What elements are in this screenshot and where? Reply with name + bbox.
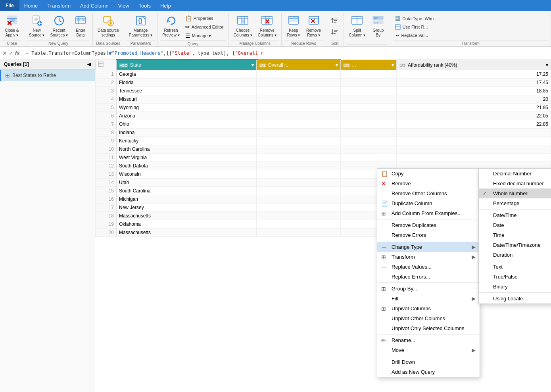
submenu-date[interactable]: Date	[479, 220, 551, 230]
table-row[interactable]: 2 Florida 17.45	[96, 79, 551, 87]
advanced-editor-button[interactable]: ✏ Advanced Editor	[183, 23, 226, 31]
ctx-remove-errors[interactable]: Remove Errors	[377, 230, 480, 240]
data-source-settings-button[interactable]: Data source settings	[95, 13, 121, 39]
table-row[interactable]: 6 Arizona 22.05	[96, 112, 551, 120]
svg-point-21	[109, 22, 111, 24]
submenu-datetime[interactable]: Date/Time	[479, 210, 551, 220]
ctx-replace-errors[interactable]: Replace Errors...	[377, 272, 480, 282]
table-row[interactable]: 4 Missouri 20	[96, 95, 551, 104]
submenu-fixed-decimal[interactable]: Fixed decimal number	[479, 179, 551, 188]
ctx-copy[interactable]: 📋 Copy	[377, 169, 480, 179]
file-menu[interactable]: File	[0, 0, 19, 11]
submenu-sep3	[479, 292, 551, 293]
menu-tools[interactable]: Tools	[134, 0, 156, 11]
menu-home[interactable]: Home	[19, 0, 43, 11]
choose-columns-button[interactable]: Choose Columns ▾	[231, 13, 254, 39]
data-type-button[interactable]: 🔤 Data Type: Who...	[393, 15, 440, 22]
group-by-button[interactable]: ABC 123 Group By	[369, 13, 388, 39]
table-row[interactable]: 9 Kentucky	[96, 137, 551, 145]
recent-sources-button[interactable]: Recent Sources ▾	[48, 13, 70, 39]
manage-button[interactable]: ☰ Manage ▾	[183, 32, 226, 40]
ctx-duplicate[interactable]: 📄 Duplicate Column	[377, 198, 480, 208]
cell-overall	[257, 87, 341, 95]
ribbon: Close & Apply ▾ Close	[0, 11, 551, 47]
svg-text:{}: {}	[138, 17, 142, 24]
col-afford-filter[interactable]: ▾	[546, 62, 548, 68]
submenu-percentage[interactable]: Percentage	[479, 198, 551, 208]
ctx-fill[interactable]: Fill ▶	[377, 294, 480, 304]
col-header-col3[interactable]: 1²3 ... ▾	[341, 60, 397, 70]
manage-parameters-button[interactable]: {} Manage Parameters ▾	[127, 13, 155, 39]
col-header-state[interactable]: ABC State ▾	[116, 60, 256, 70]
close-apply-button[interactable]: Close & Apply ▾	[2, 13, 21, 39]
table-row[interactable]: 3 Tennessee 18.85	[96, 87, 551, 95]
query-group-label: Query	[160, 40, 226, 47]
cell-rownum: 20	[96, 229, 117, 237]
col-header-rownum[interactable]	[96, 60, 117, 70]
ctx-transform[interactable]: ⊞ Transform ▶	[377, 252, 480, 262]
cell-state: Tennessee	[116, 87, 256, 95]
ribbon-group-new-query: New Source ▾ Recent Sources ▾	[24, 13, 93, 46]
split-group-label	[346, 44, 388, 46]
menu-view[interactable]: View	[113, 0, 134, 11]
sidebar-collapse-icon[interactable]: ◀	[87, 61, 91, 67]
menu-transform[interactable]: Transform	[42, 0, 75, 11]
cell-state: Arizona	[116, 112, 256, 120]
sort-desc-button[interactable]	[328, 27, 341, 37]
ctx-change-type-label: Change Type	[392, 244, 422, 250]
cell-afford	[397, 145, 551, 154]
table-row[interactable]: 1 Georgia 17.25	[96, 70, 551, 79]
sort-asc-button[interactable]	[328, 16, 341, 25]
ctx-rename[interactable]: ✏ Rename...	[377, 335, 480, 345]
ctx-add-as-query[interactable]: Add as New Query	[377, 367, 480, 377]
ctx-remove-dups[interactable]: Remove Duplicates	[377, 220, 480, 230]
remove-columns-button[interactable]: Remove Columns ▾	[255, 13, 279, 39]
col-header-affordability[interactable]: 1²3 Affordability rank (40%) ▾	[397, 60, 551, 70]
ctx-unpivot[interactable]: ⊞ Unpivot Columns	[377, 304, 480, 313]
submenu-decimal[interactable]: Decimal Number	[479, 169, 551, 179]
formula-confirm-icon[interactable]: ✓	[9, 50, 13, 56]
use-first-row-button[interactable]: Use First R...	[393, 23, 430, 31]
submenu-binary[interactable]: Binary	[479, 282, 551, 292]
ctx-remove-other[interactable]: Remove Other Columns	[377, 188, 480, 198]
submenu-using-locale[interactable]: Using Locale...	[479, 294, 551, 304]
menu-add-column[interactable]: Add Column	[75, 0, 113, 11]
col-state-filter[interactable]: ▾	[252, 62, 254, 68]
submenu-text[interactable]: Text	[479, 262, 551, 272]
formula-cancel-icon[interactable]: ✕	[2, 50, 7, 56]
table-row[interactable]: 8 Indiana	[96, 129, 551, 137]
ctx-move[interactable]: Move ▶	[377, 345, 480, 355]
ctx-replace-values[interactable]: ↔ Replace Values...	[377, 262, 480, 272]
keep-rows-button[interactable]: Keep Rows ▾	[284, 13, 303, 39]
ctx-unpivot-selected[interactable]: Unpivot Only Selected Columns	[377, 323, 480, 333]
col-overall-filter[interactable]: ▾	[336, 62, 338, 68]
refresh-preview-button[interactable]: Refresh Preview ▾	[160, 13, 182, 39]
replace-values-ribbon-button[interactable]: ↔ Replace Val...	[393, 32, 430, 38]
col-header-overall[interactable]: 1²3 Overall r... ▾	[257, 60, 341, 70]
table-row[interactable]: 5 Wyoming 21.95	[96, 104, 551, 112]
new-source-icon	[31, 14, 43, 27]
submenu-duration[interactable]: Duration	[479, 250, 551, 260]
ctx-add-from-examples[interactable]: ⊞ Add Column From Examples...	[377, 208, 480, 218]
split-column-button[interactable]: Split Column ▾	[346, 13, 368, 39]
remove-rows-button[interactable]: Remove Rows ▾	[304, 13, 323, 39]
ctx-drill-down[interactable]: Drill Down	[377, 357, 480, 367]
col3-filter[interactable]: ▾	[392, 62, 394, 68]
submenu-truefalse[interactable]: True/False	[479, 272, 551, 282]
table-row[interactable]: 11 West Virginia	[96, 154, 551, 162]
ctx-change-type[interactable]: ↔ Change Type ▶	[377, 242, 480, 252]
properties-button[interactable]: 📋 Properties	[183, 14, 226, 22]
cell-afford: 22.05	[397, 112, 551, 120]
table-row[interactable]: 10 North Carolina	[96, 145, 551, 154]
submenu-datetimetz[interactable]: Date/Time/Timezone	[479, 240, 551, 250]
ctx-group-by[interactable]: ⊞ Group By...	[377, 284, 480, 294]
submenu-time[interactable]: Time	[479, 230, 551, 240]
menu-help[interactable]: Help	[156, 0, 176, 11]
enter-data-button[interactable]: Enter Data	[71, 13, 90, 39]
submenu-whole[interactable]: ✓ Whole Number ⌶	[479, 188, 551, 198]
ctx-remove[interactable]: ✕ Remove	[377, 179, 480, 188]
new-source-button[interactable]: New Source ▾	[27, 13, 47, 39]
sidebar-item-best-states[interactable]: ⊞ Best States to Retire	[0, 70, 95, 81]
table-row[interactable]: 7 Ohio 22.85	[96, 120, 551, 129]
ctx-unpivot-other[interactable]: Unpivot Other Columns	[377, 313, 480, 323]
